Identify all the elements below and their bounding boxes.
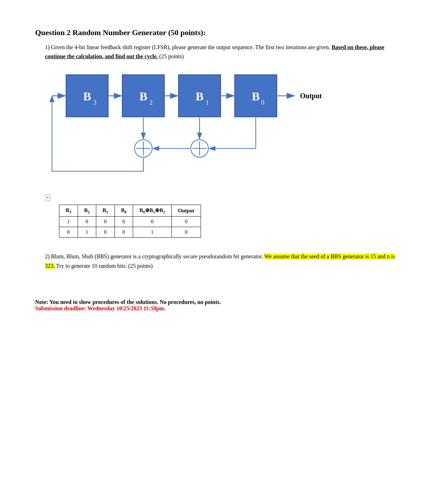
table-header-xor: B0⊕B1⊕B2 xyxy=(133,205,172,217)
note-text1: Note: You need to show procedures of the… xyxy=(35,299,395,305)
table-cell: 0 xyxy=(171,217,201,227)
question-1: 1) Given the 4-bit linear feedback shift… xyxy=(45,43,395,238)
table-cell: 0 xyxy=(59,227,78,238)
svg-text:3: 3 xyxy=(93,99,97,106)
svg-text:B: B xyxy=(139,90,148,103)
q2-text1: Blum, Blum, Shub (BBS) generator is a cr… xyxy=(51,253,264,259)
svg-text:B: B xyxy=(252,90,260,103)
table-header-b0: B0 xyxy=(115,205,133,217)
table-cell: 0 xyxy=(96,227,115,238)
q2-number: 2) xyxy=(45,253,50,259)
table-header-b2: B2 xyxy=(78,205,96,217)
table-cell: 0 xyxy=(115,227,133,238)
table-header-b1: B1 xyxy=(96,205,115,217)
table-cell: 1 xyxy=(59,217,78,227)
note-deadline: Submission deadline: Wednesday 10/25/202… xyxy=(35,305,395,312)
lfsr-table: B3 B2 B1 B0 B0⊕B1⊕B2 Output 1 0 0 0 0 0 xyxy=(59,205,201,238)
svg-text:B: B xyxy=(83,90,91,103)
q2-text: 2) Blum, Blum, Shub (BBS) generator is a… xyxy=(45,252,395,271)
move-icon: + xyxy=(45,194,50,201)
q1-text-after: (25 points) xyxy=(158,53,184,59)
table-header-b3: B3 xyxy=(59,205,78,217)
table-cell: 1 xyxy=(133,227,172,238)
table-cell: 0 xyxy=(115,217,133,227)
note-section: Note: You need to show procedures of the… xyxy=(35,299,395,312)
table-cell: 0 xyxy=(133,217,172,227)
table-cell: 0 xyxy=(78,217,96,227)
q1-text-before: Given the 4-bit linear feedback shift re… xyxy=(51,44,332,50)
table-row: 1 0 0 0 0 0 xyxy=(59,217,201,227)
q2-text2: Try to generate 10 random bits. (25 poin… xyxy=(55,263,153,269)
table-cell: 1 xyxy=(78,227,96,238)
svg-text:2: 2 xyxy=(150,99,153,106)
svg-text:B: B xyxy=(196,90,204,103)
table-cell: 0 xyxy=(96,217,115,227)
svg-text:1: 1 xyxy=(206,99,209,106)
table-row: 0 1 0 0 1 0 xyxy=(59,227,201,238)
q1-text: 1) Given the 4-bit linear feedback shift… xyxy=(45,43,395,61)
q1-number: 1) xyxy=(45,44,50,50)
question-title: Question 2 Random Number Generator (50 p… xyxy=(35,28,395,37)
svg-text:Output: Output xyxy=(300,92,322,100)
table-header-output: Output xyxy=(171,205,201,217)
question-2: 2) Blum, Blum, Shub (BBS) generator is a… xyxy=(45,252,395,271)
svg-text:0: 0 xyxy=(261,99,265,106)
lfsr-diagram: B 3 B 2 B 1 B 0 xyxy=(45,68,333,187)
table-cell: 0 xyxy=(171,227,201,238)
